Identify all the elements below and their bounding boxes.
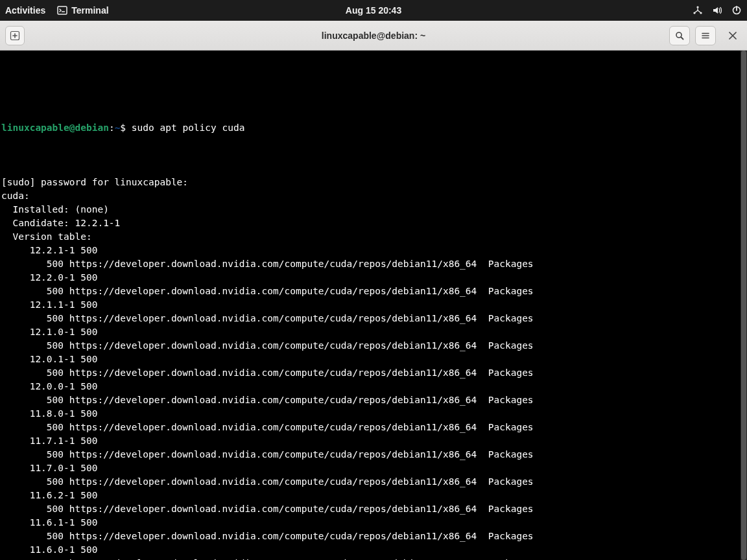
scrollbar-track[interactable] <box>741 51 747 560</box>
output-line: 500 https://developer.download.nvidia.co… <box>1 475 746 489</box>
gnome-topbar: Activities Terminal Aug 15 20:43 <box>0 0 747 21</box>
output-line: 500 https://developer.download.nvidia.co… <box>1 257 746 271</box>
svg-line-8 <box>681 37 683 40</box>
output-line: Candidate: 12.2.1-1 <box>1 216 746 230</box>
activities-button[interactable]: Activities <box>5 5 45 16</box>
output-line: 12.0.1-1 500 <box>1 353 746 366</box>
search-button[interactable] <box>669 26 690 45</box>
output-line: 500 https://developer.download.nvidia.co… <box>1 557 746 560</box>
close-button[interactable] <box>724 27 742 45</box>
svg-rect-0 <box>58 6 67 14</box>
terminal-icon <box>57 5 67 16</box>
prompt-host: debian <box>75 122 109 133</box>
volume-icon[interactable] <box>712 5 722 16</box>
network-icon[interactable] <box>693 5 703 16</box>
prompt-line-1: linuxcapable@debian:~$ sudo apt policy c… <box>1 121 746 135</box>
output-line: 11.7.1-1 500 <box>1 434 746 448</box>
output-line: 500 https://developer.download.nvidia.co… <box>1 448 746 461</box>
output-line: [sudo] password for linuxcapable: <box>1 176 746 189</box>
output-line: 11.6.1-1 500 <box>1 516 746 530</box>
output-line: 12.1.0-1 500 <box>1 325 746 339</box>
output-line: Version table: <box>1 230 746 244</box>
output-line: Installed: (none) <box>1 203 746 216</box>
new-tab-button[interactable] <box>5 26 25 45</box>
output-line: 500 https://developer.download.nvidia.co… <box>1 421 746 434</box>
output-line: 500 https://developer.download.nvidia.co… <box>1 366 746 380</box>
output-line: 500 https://developer.download.nvidia.co… <box>1 502 746 516</box>
clock[interactable]: Aug 15 20:43 <box>346 5 401 16</box>
command-output: [sudo] password for linuxcapable: cuda: … <box>1 176 746 560</box>
output-line: cuda: <box>1 189 746 203</box>
power-icon[interactable] <box>731 5 742 16</box>
menu-button[interactable] <box>695 26 716 45</box>
output-line: 12.2.1-1 500 <box>1 244 746 257</box>
typed-command: sudo apt policy cuda <box>132 122 245 133</box>
output-line: 500 https://developer.download.nvidia.co… <box>1 530 746 543</box>
window-title: linuxcapable@debian: ~ <box>322 30 425 41</box>
output-line: 11.6.2-1 500 <box>1 489 746 502</box>
terminal-viewport[interactable]: linuxcapable@debian:~$ sudo apt policy c… <box>0 51 747 560</box>
prompt-user: linuxcapable <box>1 122 69 133</box>
scrollbar-thumb[interactable] <box>741 51 746 560</box>
prompt-sep1: : <box>109 122 115 133</box>
output-line: 500 https://developer.download.nvidia.co… <box>1 312 746 325</box>
output-line: 11.8.0-1 500 <box>1 407 746 421</box>
prompt-at: @ <box>69 122 75 133</box>
output-line: 11.7.0-1 500 <box>1 461 746 475</box>
output-line: 500 https://developer.download.nvidia.co… <box>1 339 746 353</box>
active-app-indicator[interactable]: Terminal <box>57 5 108 16</box>
window-titlebar: linuxcapable@debian: ~ <box>0 21 747 51</box>
output-line: 12.2.0-1 500 <box>1 271 746 285</box>
svg-point-1 <box>696 6 698 8</box>
output-line: 11.6.0-1 500 <box>1 543 746 557</box>
output-line: 12.1.1-1 500 <box>1 298 746 312</box>
output-line: 12.0.0-1 500 <box>1 380 746 393</box>
output-line: 500 https://developer.download.nvidia.co… <box>1 285 746 298</box>
prompt-sep2: $ <box>120 122 131 133</box>
output-line: 500 https://developer.download.nvidia.co… <box>1 393 746 407</box>
active-app-label: Terminal <box>71 5 108 16</box>
